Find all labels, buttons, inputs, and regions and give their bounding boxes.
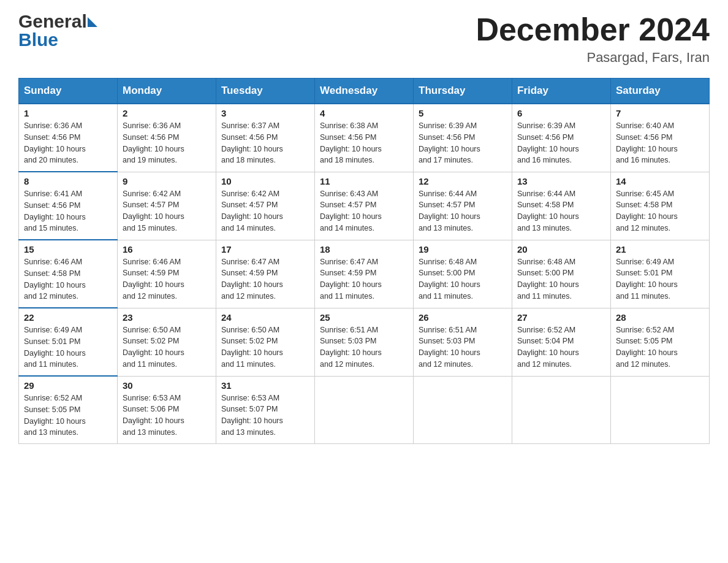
day-number: 30 [123,380,211,391]
calendar-empty-cell [512,376,611,444]
day-number: 25 [320,312,408,323]
calendar-day-6: 6Sunrise: 6:39 AMSunset: 4:56 PMDaylight… [512,104,611,172]
logo-general-text: General [18,12,87,31]
day-number: 15 [24,244,112,255]
day-number: 24 [221,312,309,323]
calendar-header-saturday: Saturday [611,79,710,104]
day-number: 7 [616,108,704,118]
calendar-header-friday: Friday [512,79,611,104]
day-number: 4 [320,108,408,118]
calendar-day-27: 27Sunrise: 6:52 AMSunset: 5:04 PMDayligh… [512,308,611,376]
calendar-day-24: 24Sunrise: 6:50 AMSunset: 5:02 PMDayligh… [216,308,315,376]
day-info: Sunrise: 6:53 AMSunset: 5:07 PMDaylight:… [221,393,309,439]
day-info: Sunrise: 6:52 AMSunset: 5:05 PMDaylight:… [616,324,704,370]
logo: General Blue [18,12,97,49]
day-number: 18 [320,244,408,255]
day-number: 19 [419,244,507,255]
calendar-day-26: 26Sunrise: 6:51 AMSunset: 5:03 PMDayligh… [414,308,512,376]
calendar-day-18: 18Sunrise: 6:47 AMSunset: 4:59 PMDayligh… [315,240,414,308]
calendar-day-7: 7Sunrise: 6:40 AMSunset: 4:56 PMDaylight… [611,104,710,172]
day-number: 3 [221,108,309,118]
calendar-day-11: 11Sunrise: 6:43 AMSunset: 4:57 PMDayligh… [315,172,414,240]
calendar-day-15: 15Sunrise: 6:46 AMSunset: 4:58 PMDayligh… [19,240,118,308]
day-info: Sunrise: 6:46 AMSunset: 4:59 PMDaylight:… [123,256,211,302]
day-info: Sunrise: 6:51 AMSunset: 5:03 PMDaylight:… [419,324,507,370]
calendar-day-5: 5Sunrise: 6:39 AMSunset: 4:56 PMDaylight… [414,104,512,172]
day-number: 10 [221,176,309,186]
day-info: Sunrise: 6:39 AMSunset: 4:56 PMDaylight:… [517,120,605,166]
day-info: Sunrise: 6:52 AMSunset: 5:04 PMDaylight:… [517,324,605,370]
calendar-header-thursday: Thursday [414,79,512,104]
day-info: Sunrise: 6:39 AMSunset: 4:56 PMDaylight:… [419,120,507,166]
day-number: 12 [419,176,507,186]
day-info: Sunrise: 6:50 AMSunset: 5:02 PMDaylight:… [123,324,211,370]
day-info: Sunrise: 6:36 AMSunset: 4:56 PMDaylight:… [24,120,112,166]
calendar-week-row: 1Sunrise: 6:36 AMSunset: 4:56 PMDaylight… [19,104,710,172]
day-number: 29 [24,380,112,391]
day-info: Sunrise: 6:38 AMSunset: 4:56 PMDaylight:… [320,120,408,166]
calendar-day-9: 9Sunrise: 6:42 AMSunset: 4:57 PMDaylight… [118,172,216,240]
calendar-empty-cell [315,376,414,444]
logo-line1: General [18,12,97,31]
day-number: 31 [221,380,309,391]
day-info: Sunrise: 6:47 AMSunset: 4:59 PMDaylight:… [221,256,309,302]
month-title: December 2024 [476,12,710,47]
day-info: Sunrise: 6:36 AMSunset: 4:56 PMDaylight:… [123,120,211,166]
day-number: 22 [24,312,112,323]
calendar-empty-cell [611,376,710,444]
calendar-day-28: 28Sunrise: 6:52 AMSunset: 5:05 PMDayligh… [611,308,710,376]
calendar-day-25: 25Sunrise: 6:51 AMSunset: 5:03 PMDayligh… [315,308,414,376]
day-number: 28 [616,312,704,323]
logo-triangle-icon [88,17,97,27]
calendar-day-16: 16Sunrise: 6:46 AMSunset: 4:59 PMDayligh… [118,240,216,308]
calendar-day-23: 23Sunrise: 6:50 AMSunset: 5:02 PMDayligh… [118,308,216,376]
day-info: Sunrise: 6:42 AMSunset: 4:57 PMDaylight:… [221,188,309,234]
day-number: 1 [24,108,112,118]
day-info: Sunrise: 6:48 AMSunset: 5:00 PMDaylight:… [517,256,605,302]
calendar-day-8: 8Sunrise: 6:41 AMSunset: 4:56 PMDaylight… [19,172,118,240]
day-info: Sunrise: 6:44 AMSunset: 4:58 PMDaylight:… [517,188,605,234]
title-section: December 2024 Pasargad, Fars, Iran [476,12,710,66]
calendar-day-2: 2Sunrise: 6:36 AMSunset: 4:56 PMDaylight… [118,104,216,172]
calendar-header-sunday: Sunday [19,79,118,104]
day-info: Sunrise: 6:49 AMSunset: 5:01 PMDaylight:… [24,324,112,370]
day-info: Sunrise: 6:47 AMSunset: 4:59 PMDaylight:… [320,256,408,302]
calendar-header-tuesday: Tuesday [216,79,315,104]
location-text: Pasargad, Fars, Iran [476,50,710,66]
calendar-header-wednesday: Wednesday [315,79,414,104]
day-info: Sunrise: 6:37 AMSunset: 4:56 PMDaylight:… [221,120,309,166]
calendar-day-30: 30Sunrise: 6:53 AMSunset: 5:06 PMDayligh… [118,376,216,444]
day-number: 14 [616,176,704,186]
day-info: Sunrise: 6:53 AMSunset: 5:06 PMDaylight:… [123,393,211,439]
calendar-day-10: 10Sunrise: 6:42 AMSunset: 4:57 PMDayligh… [216,172,315,240]
day-info: Sunrise: 6:48 AMSunset: 5:00 PMDaylight:… [419,256,507,302]
day-info: Sunrise: 6:45 AMSunset: 4:58 PMDaylight:… [616,188,704,234]
calendar-day-1: 1Sunrise: 6:36 AMSunset: 4:56 PMDaylight… [19,104,118,172]
page-header: General Blue December 2024 Pasargad, Far… [18,12,710,66]
day-info: Sunrise: 6:49 AMSunset: 5:01 PMDaylight:… [616,256,704,302]
calendar-day-20: 20Sunrise: 6:48 AMSunset: 5:00 PMDayligh… [512,240,611,308]
calendar-header-row: SundayMondayTuesdayWednesdayThursdayFrid… [19,79,710,104]
day-number: 16 [123,244,211,255]
calendar-header-monday: Monday [118,79,216,104]
day-info: Sunrise: 6:51 AMSunset: 5:03 PMDaylight:… [320,324,408,370]
calendar-table: SundayMondayTuesdayWednesdayThursdayFrid… [18,78,710,444]
day-number: 9 [123,176,211,186]
calendar-day-12: 12Sunrise: 6:44 AMSunset: 4:57 PMDayligh… [414,172,512,240]
day-number: 23 [123,312,211,323]
calendar-week-row: 8Sunrise: 6:41 AMSunset: 4:56 PMDaylight… [19,172,710,240]
calendar-day-14: 14Sunrise: 6:45 AMSunset: 4:58 PMDayligh… [611,172,710,240]
calendar-empty-cell [414,376,512,444]
calendar-week-row: 22Sunrise: 6:49 AMSunset: 5:01 PMDayligh… [19,308,710,376]
day-number: 27 [517,312,605,323]
day-number: 13 [517,176,605,186]
day-number: 6 [517,108,605,118]
calendar-day-17: 17Sunrise: 6:47 AMSunset: 4:59 PMDayligh… [216,240,315,308]
logo-blue-text: Blue [18,31,97,49]
day-info: Sunrise: 6:40 AMSunset: 4:56 PMDaylight:… [616,120,704,166]
day-info: Sunrise: 6:44 AMSunset: 4:57 PMDaylight:… [419,188,507,234]
day-number: 17 [221,244,309,255]
calendar-day-3: 3Sunrise: 6:37 AMSunset: 4:56 PMDaylight… [216,104,315,172]
day-number: 26 [419,312,507,323]
calendar-day-31: 31Sunrise: 6:53 AMSunset: 5:07 PMDayligh… [216,376,315,444]
